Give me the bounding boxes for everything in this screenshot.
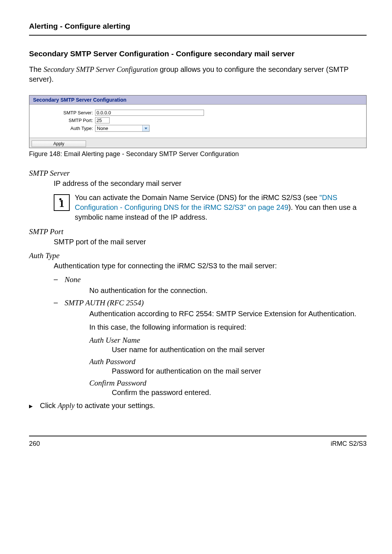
opt-smtpauth-extra: In this case, the following information …	[89, 322, 367, 332]
info-block: •1 You can activate the Domain Name Serv…	[54, 193, 367, 222]
chevron-down-icon	[142, 125, 149, 131]
opt-smtpauth-term: SMTP AUTH (RFC 2554)	[65, 298, 144, 307]
action-line: ▸ Click Apply to activate your settings.	[29, 402, 367, 410]
smtp-server-input[interactable]	[95, 110, 204, 116]
page-number: 260	[29, 440, 40, 448]
info-prefix: You can activate the Domain Name Service…	[75, 194, 319, 201]
dash-bullet: –	[54, 298, 65, 307]
desc-auth-pass: Password for authentication on the mail …	[112, 366, 367, 376]
term-auth-pass: Auth Password	[89, 357, 367, 366]
smtp-port-input[interactable]	[95, 117, 110, 123]
term-confirm-pass: Confirm Password	[89, 379, 367, 388]
intro-prefix: The	[29, 65, 44, 73]
figure-caption: Figure 148: Email Alerting page - Second…	[29, 150, 367, 158]
term-smtp-server: SMTP Server	[29, 169, 367, 178]
intro-paragraph: The Secondary SMTP Server Configuration …	[29, 65, 367, 84]
panel-title: Secondary SMTP Server Configuration	[29, 95, 366, 105]
panel-footer: Apply	[29, 138, 366, 148]
action-prefix: Click	[40, 402, 58, 410]
desc-smtp-port: SMTP port of the mail server	[54, 237, 367, 247]
panel-body: SMTP Server: SMTP Port: Auth Type: None	[29, 105, 366, 138]
term-smtp-port: SMTP Port	[29, 227, 367, 236]
apply-button[interactable]: Apply	[32, 140, 86, 147]
desc-smtp-server: IP address of the secondary mail server	[54, 179, 367, 188]
info-icon: •1	[54, 194, 70, 211]
dash-bullet: –	[54, 275, 65, 284]
opt-none-desc: No authentication for the connection.	[89, 286, 367, 296]
term-auth-user: Auth User Name	[89, 336, 367, 345]
auth-type-options: – None No authentication for the connect…	[54, 275, 367, 397]
auth-type-value: None	[97, 126, 108, 131]
desc-confirm-pass: Confirm the password entered.	[112, 388, 367, 397]
opt-none-term: None	[65, 275, 81, 284]
action-suffix: to activate your settings.	[75, 402, 155, 410]
section-heading: Secondary SMTP Server Configuration - Co…	[29, 49, 367, 58]
triangle-bullet-icon: ▸	[29, 402, 40, 410]
auth-type-label: Auth Type:	[33, 126, 95, 131]
desc-auth-type: Authentication type for connecting the i…	[54, 261, 367, 271]
smtp-port-label: SMTP Port:	[33, 118, 95, 123]
smtp-config-panel: Secondary SMTP Server Configuration SMTP…	[29, 95, 367, 148]
product-name: iRMC S2/S3	[331, 440, 367, 448]
page-header: Alerting - Configure alerting	[29, 22, 367, 36]
term-auth-type: Auth Type	[29, 251, 367, 260]
action-italic: Apply	[58, 402, 75, 410]
info-text: You can activate the Domain Name Service…	[75, 193, 367, 222]
desc-auth-user: User name for authentication on the mail…	[112, 345, 367, 354]
smtp-server-label: SMTP Server:	[33, 110, 95, 115]
page-footer: 260 iRMC S2/S3	[29, 436, 367, 448]
opt-smtpauth-desc: Authentication according to RFC 2554: SM…	[89, 309, 367, 319]
auth-type-select[interactable]: None	[95, 125, 150, 132]
intro-italic: Secondary SMTP Server Configuration	[44, 65, 158, 73]
